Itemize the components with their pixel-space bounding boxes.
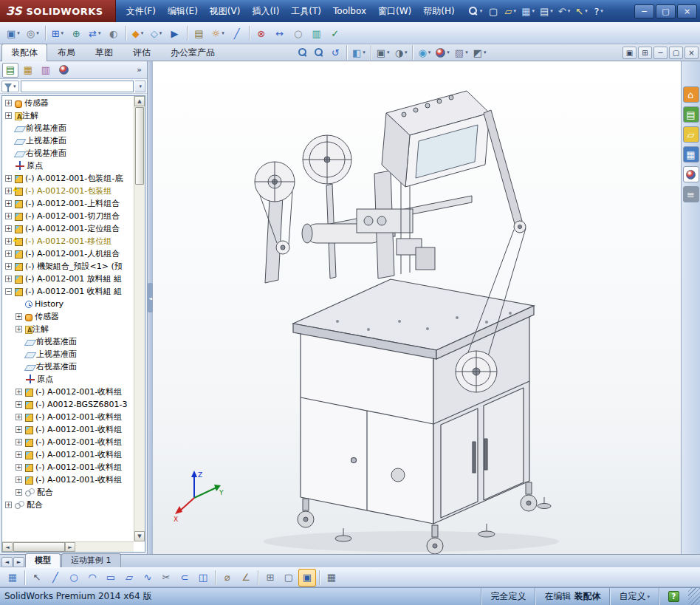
tree-item[interactable]: +(-) A-0012-001-上料组合: [2, 197, 134, 210]
tree-item[interactable]: −(-) A-0012-001 收料組 組: [2, 285, 134, 298]
menu-edit[interactable]: 编辑(E): [162, 2, 204, 21]
tree-item[interactable]: +(-) A-0012-001-移位组: [2, 235, 134, 247]
doc-minimize[interactable]: ─: [653, 47, 668, 59]
insert-components[interactable]: ▣▾: [4, 24, 23, 42]
tree-item[interactable]: 原点: [2, 373, 134, 386]
tree-expander[interactable]: +: [5, 238, 12, 245]
convert-entities[interactable]: ⊂: [176, 569, 193, 587]
tree-item[interactable]: +(-) A-0012-001-收料组: [2, 474, 134, 486]
filter-button[interactable]: ▾: [1, 81, 19, 92]
tree-item[interactable]: 前视基准面: [2, 335, 134, 348]
open-document[interactable]: ▱▾: [502, 3, 518, 19]
featuremanager-tree-tab[interactable]: ▤: [2, 63, 18, 78]
sheet-tab-运动算例 1[interactable]: 运动算例 1: [61, 553, 121, 567]
search-commands[interactable]: ▾: [467, 3, 485, 19]
tree-expander[interactable]: +: [5, 200, 12, 207]
tree-expander[interactable]: +: [16, 401, 22, 408]
sketch-mirror[interactable]: ◫: [194, 569, 212, 587]
assembly-visualization[interactable]: ▥: [308, 24, 326, 42]
move-component[interactable]: ⇄▾: [86, 24, 103, 42]
tree-item[interactable]: 前视基准面: [2, 122, 134, 134]
tree-item[interactable]: 上视基准面: [2, 134, 134, 147]
tree-expander[interactable]: +: [5, 213, 12, 219]
tree-item[interactable]: +(-) 機架組合_預設<1> (預: [2, 260, 134, 273]
tree-item[interactable]: +(-) A-0012-001 放料組 組: [2, 273, 134, 285]
tree-item[interactable]: 右视基准面: [2, 147, 134, 160]
save[interactable]: ▦▾: [519, 3, 537, 19]
select[interactable]: ↖: [28, 569, 46, 587]
tree-expander[interactable]: +: [5, 502, 12, 508]
help[interactable]: ?▾: [591, 3, 607, 19]
tree-item[interactable]: +传感器: [2, 310, 134, 323]
window-close[interactable]: ×: [677, 4, 697, 18]
tree-item[interactable]: +(-) A-0012-001-收料组: [2, 461, 134, 474]
scroll-up-arrow[interactable]: ▲: [134, 96, 145, 106]
resize-grip[interactable]: [688, 588, 700, 605]
grid-snap[interactable]: ⊞: [261, 569, 279, 587]
tree-item[interactable]: +(-) A0012-BGSZ6801-3: [2, 398, 134, 411]
view-palette[interactable]: ▦: [683, 146, 699, 163]
tab-布局[interactable]: 布局: [48, 44, 85, 61]
select[interactable]: ↖▾: [573, 3, 589, 19]
filter-dropdown[interactable]: ▾: [135, 81, 145, 92]
angle-dimension[interactable]: ∠: [237, 569, 255, 587]
exploded-view[interactable]: ☼▾: [209, 24, 227, 42]
status-custom-dropdown[interactable]: 自定义 ▾: [609, 588, 659, 605]
tree-expander[interactable]: +: [5, 100, 12, 106]
tree-item[interactable]: +配合: [2, 499, 134, 511]
tree-expander[interactable]: +: [5, 112, 12, 119]
custom-properties[interactable]: ≡: [683, 186, 699, 202]
tree-item[interactable]: +注解: [2, 323, 134, 335]
apply-scene[interactable]: ▨▾: [453, 45, 470, 60]
zoom-to-fit[interactable]: [295, 45, 311, 60]
smart-fasteners[interactable]: ⊕: [67, 24, 85, 42]
undo[interactable]: ↶▾: [556, 3, 572, 19]
sketch-circle[interactable]: ○: [65, 569, 83, 587]
menu-help[interactable]: 帮助(H): [417, 2, 460, 21]
previous-view[interactable]: ↺: [328, 45, 343, 60]
evaluate-table[interactable]: ▦: [323, 569, 340, 587]
panel-more-chevron[interactable]: »: [134, 65, 145, 75]
tab-草图[interactable]: 草图: [86, 44, 123, 61]
model-hopper[interactable]: [382, 91, 490, 187]
sketch-slot[interactable]: ▱: [120, 569, 138, 587]
tree-item[interactable]: +注解: [2, 109, 134, 122]
linear-component-pattern[interactable]: ⊞▾: [49, 24, 66, 42]
tree-expander[interactable]: +: [16, 414, 22, 420]
menu-window[interactable]: 窗口(W): [372, 2, 417, 21]
tree-expander[interactable]: +: [5, 276, 12, 282]
tree-expander[interactable]: +: [16, 426, 22, 433]
viewport-layout[interactable]: ▣: [622, 47, 636, 59]
tree-item[interactable]: +(-) A-0012-001-人机组合: [2, 247, 134, 260]
design-library[interactable]: ▤: [683, 106, 699, 123]
menu-toolbox[interactable]: Toolbox: [327, 3, 372, 19]
tree-expander[interactable]: +: [16, 489, 22, 496]
model-right-reel[interactable]: [456, 351, 497, 392]
tree-item[interactable]: +(-) A-0012-001-收料组: [2, 436, 134, 448]
scrollbar-thumb[interactable]: [13, 542, 65, 552]
performance-evaluation[interactable]: ✓: [326, 24, 344, 42]
tab-装配体[interactable]: 装配体: [1, 44, 47, 61]
doc-close[interactable]: ×: [684, 47, 699, 59]
edit-appearance[interactable]: ▾: [433, 45, 452, 60]
tree-item[interactable]: +(-) A-0012-001-收料组: [2, 448, 134, 461]
scroll-down-arrow[interactable]: ▼: [134, 531, 145, 541]
tree-expander[interactable]: +: [16, 389, 22, 395]
smart-dimension[interactable]: ⌀: [219, 569, 236, 587]
hole-alignment[interactable]: ○: [289, 24, 307, 42]
cad-model[interactable]: [153, 61, 681, 554]
viewport-split[interactable]: ⊞: [638, 47, 652, 59]
sketch-spline[interactable]: ∿: [139, 569, 157, 587]
window-minimize[interactable]: ─: [634, 4, 654, 18]
tree-expander[interactable]: +: [5, 263, 12, 270]
tree-horizontal-scrollbar[interactable]: ◄ ►: [2, 541, 134, 552]
tree-item[interactable]: 右视基准面: [2, 360, 134, 373]
tree-item[interactable]: History: [2, 298, 134, 310]
appearances-scenes[interactable]: [683, 166, 699, 182]
tree-item[interactable]: +(-) A-0012-001-收料组: [2, 423, 134, 436]
assembly-features[interactable]: ◆▾: [129, 24, 147, 42]
sheet-scroll-right[interactable]: ►: [13, 557, 24, 567]
tree-expander[interactable]: +: [16, 326, 22, 332]
scroll-left-arrow[interactable]: ◄: [2, 542, 13, 552]
zoom-to-area[interactable]: [312, 45, 327, 60]
